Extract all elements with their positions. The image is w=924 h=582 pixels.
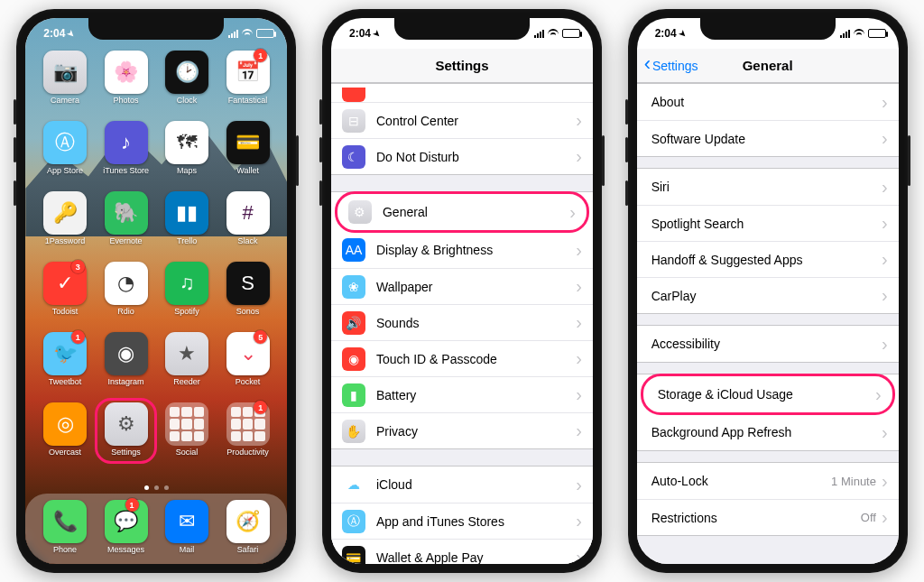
row-label: Restrictions [651, 511, 861, 525]
row-label: Wallet & Apple Pay [376, 550, 576, 565]
row-label: Spotlight Search [651, 217, 882, 231]
general-row-handoff[interactable]: Handoff & Suggested Apps [637, 241, 899, 277]
app-pocket[interactable]: ⌄Pocket5 [219, 332, 277, 401]
chevron-right-icon [576, 547, 582, 564]
app-wallet[interactable]: 💳Wallet [219, 121, 277, 189]
settings-list[interactable]: ⊟Control Center☾Do Not Disturb⚙GeneralAA… [331, 83, 593, 564]
general-row-auto-lock[interactable]: Auto-Lock1 Minute [637, 463, 899, 499]
dock-app-safari[interactable]: 🧭Safari [226, 500, 270, 554]
slack-icon: # [226, 191, 270, 235]
app-sonos[interactable]: SSonos [219, 262, 277, 330]
settings-row-control-center[interactable]: ⊟Control Center [331, 102, 593, 138]
app-instagram[interactable]: ◉Instagram [97, 332, 155, 401]
app-spotify[interactable]: ♫Spotify [158, 262, 216, 330]
settings-row-sounds[interactable]: 🔊Sounds [331, 304, 593, 340]
general-row-restrictions[interactable]: RestrictionsOff [637, 499, 899, 535]
app-1password[interactable]: 🔑1Password [36, 191, 94, 260]
chevron-right-icon [576, 384, 582, 405]
row-value: Off [861, 511, 876, 524]
app-label: 1Password [45, 236, 86, 245]
app-tweetbot[interactable]: 🐦Tweetbot1 [36, 332, 94, 401]
general-row-bg-refresh[interactable]: Background App Refresh [637, 414, 899, 450]
settings-row-battery[interactable]: ▮Battery [331, 376, 593, 412]
airplane-icon [342, 88, 365, 102]
page-indicator[interactable] [25, 481, 287, 494]
settings-row-dnd[interactable]: ☾Do Not Disturb [331, 138, 593, 174]
settings-row-wallet-pay[interactable]: 💳Wallet & Apple Pay [331, 539, 593, 564]
general-row-siri[interactable]: Siri [637, 169, 899, 205]
app-fantastical[interactable]: 📅Fantastical1 [219, 51, 277, 119]
app-evernote[interactable]: 🐘Evernote [97, 191, 155, 260]
app-todoist[interactable]: ✓Todoist3 [36, 262, 94, 330]
app-label: Todoist [52, 307, 79, 316]
general-row-software-update[interactable]: Software Update [637, 120, 899, 156]
chevron-right-icon [882, 334, 888, 355]
wallpaper-icon: ❀ [342, 275, 365, 299]
cell-signal-icon [534, 29, 544, 38]
app-maps[interactable]: 🗺Maps [158, 121, 216, 189]
nav-bar: Settings [331, 49, 593, 83]
app-camera[interactable]: 📷Camera [36, 51, 94, 119]
settings-row-stores[interactable]: ⒶApp and iTunes Stores [331, 503, 593, 539]
dock-app-messages[interactable]: 💬Messages1 [105, 500, 148, 554]
app-settings[interactable]: ⚙Settings [97, 402, 155, 471]
app-itunes[interactable]: ♪iTunes Store [97, 121, 155, 189]
app-slack[interactable]: #Slack [219, 191, 277, 260]
settings-row-privacy[interactable]: ✋Privacy [331, 412, 593, 448]
phone-icon: 📞 [43, 500, 87, 543]
status-time: 2:04 [655, 27, 677, 40]
home-app-grid: 📷Camera🌸Photos🕑Clock📅Fantastical1ⒶApp St… [25, 49, 287, 481]
stores-icon: Ⓐ [342, 510, 365, 533]
app-rdio[interactable]: ◔Rdio [97, 262, 155, 330]
dock: 📞Phone💬Messages1✉Mail🧭Safari [25, 494, 287, 564]
app-label: Overcast [49, 448, 81, 457]
app-label: Rdio [117, 307, 134, 316]
chevron-right-icon [576, 348, 582, 369]
general-row-carplay[interactable]: CarPlay [637, 277, 899, 313]
settings-row-wallpaper[interactable]: ❀Wallpaper [331, 268, 593, 304]
display-icon: AA [342, 238, 365, 262]
row-label: Background App Refresh [651, 425, 882, 439]
notch [394, 18, 530, 40]
app-reeder[interactable]: ★Reeder [158, 332, 216, 401]
dock-app-phone[interactable]: 📞Phone [43, 500, 87, 554]
row-label: Battery [376, 388, 576, 402]
dock-app-mail[interactable]: ✉Mail [165, 500, 208, 554]
page-title: Settings [435, 58, 488, 73]
settings-row-icloud[interactable]: ☁iCloud [331, 467, 593, 503]
row-label: iCloud [376, 477, 576, 492]
overcast-icon: ◎ [43, 402, 87, 446]
general-row-accessibility[interactable]: Accessibility [637, 326, 899, 362]
settings-row-touchid[interactable]: ◉Touch ID & Passcode [331, 340, 593, 376]
photos-icon: 🌸 [105, 51, 148, 94]
app-productivity[interactable]: Productivity1 [219, 402, 277, 471]
app-appstore[interactable]: ⒶApp Store [36, 121, 94, 189]
app-photos[interactable]: 🌸Photos [97, 51, 155, 119]
wifi-icon [548, 28, 559, 39]
app-label: Camera [51, 96, 79, 105]
chevron-right-icon [569, 202, 576, 223]
badge: 1 [125, 498, 139, 512]
app-label: Clock [177, 96, 198, 105]
highlight-ring: ⚙General [335, 191, 589, 233]
general-row-storage[interactable]: Storage & iCloud Usage [643, 376, 892, 412]
location-icon [68, 27, 75, 40]
chevron-right-icon [875, 384, 882, 405]
app-trello[interactable]: ▮▮Trello [158, 191, 216, 260]
settings-row-general[interactable]: ⚙General [337, 194, 587, 230]
chevron-right-icon [882, 249, 888, 270]
general-row-spotlight[interactable]: Spotlight Search [637, 205, 899, 241]
general-row-about[interactable]: About [637, 84, 899, 120]
app-social[interactable]: Social [158, 402, 216, 471]
app-overcast[interactable]: ◎Overcast [36, 402, 94, 471]
row-label: Wallpaper [376, 280, 576, 294]
app-clock[interactable]: 🕑Clock [158, 51, 216, 119]
back-button[interactable]: Settings [644, 58, 698, 73]
instagram-icon: ◉ [105, 332, 148, 375]
highlight-ring: Storage & iCloud Usage [641, 374, 895, 415]
settings-row-display[interactable]: AADisplay & Brightness [331, 232, 593, 268]
row-value: 1 Minute [831, 475, 876, 488]
general-list[interactable]: AboutSoftware UpdateSiriSpotlight Search… [637, 83, 899, 564]
chevron-right-icon [882, 471, 888, 492]
status-time: 2:04 [43, 27, 65, 40]
